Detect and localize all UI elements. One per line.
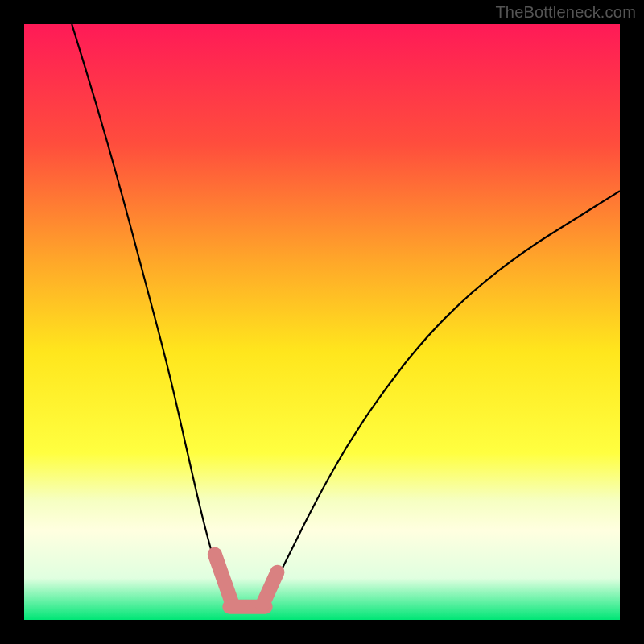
chart-frame: TheBottleneck.com bbox=[0, 0, 644, 644]
watermark-text: TheBottleneck.com bbox=[495, 3, 636, 22]
bottleneck-chart bbox=[0, 0, 644, 644]
plot-background bbox=[24, 24, 620, 620]
